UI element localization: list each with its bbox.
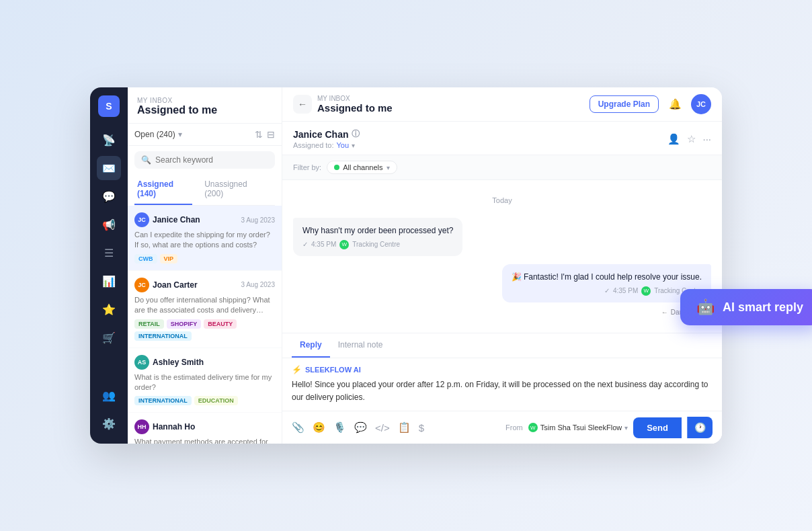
- whatsapp-small-icon: W: [528, 423, 538, 432]
- tab-assigned[interactable]: Assigned (140): [134, 174, 192, 205]
- conv-preview: What payment methods are accepted for pl…: [134, 437, 275, 444]
- back-button[interactable]: ←: [293, 95, 312, 114]
- reply-tabs: Reply Internal note: [282, 333, 722, 358]
- filter-icon[interactable]: ⊟: [267, 129, 275, 140]
- open-badge: Open (240) ▾: [134, 130, 182, 139]
- conv-date: 3 Aug 2023: [241, 281, 275, 288]
- conv-tags: CWB VIP: [134, 254, 275, 263]
- send-button[interactable]: Send: [633, 417, 682, 438]
- search-input[interactable]: [155, 155, 268, 165]
- star-icon[interactable]: ☆: [687, 133, 696, 145]
- sidebar-item-campaign[interactable]: 📢: [97, 212, 121, 237]
- ai-smart-reply-button[interactable]: 🤖 AI smart reply: [680, 289, 812, 325]
- chat-area: Today Why hasn't my order been processed…: [282, 180, 722, 333]
- message-text: 🎉 Fantastic! I'm glad I could help resol…: [512, 271, 702, 283]
- search-bar: 🔍: [134, 151, 275, 169]
- sidebar-item-commerce[interactable]: 🛒: [97, 325, 121, 350]
- sidebar-item-chat[interactable]: 💬: [97, 184, 121, 208]
- inbox-tabs: Assigned (140) Unassigned (200): [134, 174, 275, 206]
- sidebar-item-settings[interactable]: ⚙️: [97, 411, 121, 436]
- conv-tags: INTERNATIONAL EDUCATION: [134, 396, 275, 405]
- tab-unassigned[interactable]: Unassigned (200): [202, 174, 266, 205]
- inbox-panel: MY INBOX Assigned to me Open (240) ▾ ⇅ ⊟…: [128, 87, 282, 444]
- tag-cwb: CWB: [134, 254, 157, 263]
- avatar: JC: [134, 278, 149, 292]
- inbox-label: MY INBOX: [137, 97, 272, 104]
- from-label: From: [505, 423, 523, 432]
- inbox-title: Assigned to me: [137, 104, 272, 116]
- contact-name: Ashley Smith: [153, 358, 204, 367]
- sidebar-item-menu[interactable]: ☰: [97, 241, 121, 265]
- chat-bubble-icon[interactable]: 💬: [354, 421, 367, 434]
- app-logo: S: [98, 95, 120, 117]
- reply-right: From W Tsim Sha Tsui SleekFlow ▾ Send 🕐: [505, 417, 713, 438]
- tag-shopify: SHOPIFY: [167, 319, 202, 329]
- sidebar-item-analytics[interactable]: 📊: [97, 269, 121, 293]
- chat-header-right: 👤 ☆ ···: [667, 133, 711, 145]
- sidebar-item-broadcast[interactable]: 📡: [97, 128, 121, 152]
- conv-preview: Do you offer international shipping? Wha…: [134, 295, 275, 316]
- sort-icon[interactable]: ⇅: [255, 129, 263, 140]
- assigned-chevron-icon[interactable]: ▾: [352, 142, 355, 149]
- tab-internal-note[interactable]: Internal note: [330, 333, 391, 358]
- channel-filter[interactable]: All channels ▾: [327, 161, 397, 174]
- check-icon: ✓: [302, 239, 308, 249]
- tag-international: INTERNATIONAL: [134, 396, 192, 405]
- message-meta: ✓ 4:35 PM W Tracking Centre: [512, 286, 702, 296]
- filter-bar: Filter by: All channels ▾: [282, 155, 722, 180]
- emoji-icon[interactable]: 😊: [313, 421, 325, 434]
- ai-wand-icon: ⚡: [292, 365, 302, 374]
- info-icon[interactable]: ⓘ: [352, 128, 360, 140]
- send-scheduled-button[interactable]: 🕐: [687, 417, 713, 438]
- inbox-title: Assigned to me: [317, 102, 393, 114]
- open-chevron-icon[interactable]: ▾: [178, 130, 182, 139]
- inbox-action-icons: ⇅ ⊟: [255, 129, 275, 140]
- contact-name: Joan Carter: [153, 280, 198, 290]
- conversation-item[interactable]: JC Joan Carter 3 Aug 2023 Do you offer i…: [128, 271, 282, 348]
- conversation-list: JC Janice Chan 3 Aug 2023 Can I expedite…: [128, 206, 282, 444]
- channel-chevron-icon: ▾: [387, 164, 390, 171]
- sidebar-item-inbox[interactable]: ✉️: [97, 156, 121, 180]
- audio-icon[interactable]: 🎙️: [333, 421, 346, 434]
- inbox-label: MY INBOX: [317, 95, 393, 102]
- topbar: ← MY INBOX Assigned to me Upgrade Plan 🔔…: [282, 87, 722, 122]
- channel-dot: [334, 165, 339, 170]
- reply-box: Reply Internal note ⚡ SLEEKFLOW AI Hello…: [282, 333, 722, 444]
- whatsapp-icon: W: [641, 286, 651, 296]
- reply-text[interactable]: Hello! Since you placed your order after…: [292, 378, 713, 404]
- person-add-icon[interactable]: 👤: [667, 133, 680, 145]
- template-icon[interactable]: 📋: [398, 421, 411, 434]
- upgrade-plan-button[interactable]: Upgrade Plan: [590, 95, 659, 113]
- conv-tags: RETAIL SHOPIFY BEAUTY INTERNATIONAL: [134, 319, 275, 341]
- conv-preview: What is the estimated delivery time for …: [134, 372, 275, 393]
- ai-smart-reply-label: AI smart reply: [723, 300, 803, 315]
- tab-reply[interactable]: Reply: [292, 333, 330, 358]
- code-icon[interactable]: </>: [375, 422, 390, 434]
- sidebar: S 📡 ✉️ 💬 📢 ☰ 📊 ⭐ 🛒 👥 ⚙️: [90, 87, 128, 444]
- conversation-item[interactable]: JC Janice Chan 3 Aug 2023 Can I expedite…: [128, 206, 282, 271]
- incoming-message-wrapper: Why hasn't my order been processed yet? …: [293, 218, 711, 256]
- message-bubble-incoming: Why hasn't my order been processed yet? …: [293, 218, 462, 256]
- outgoing-message-wrapper: 🎉 Fantastic! I'm glad I could help resol…: [293, 264, 711, 319]
- user-avatar[interactable]: JC: [691, 94, 711, 114]
- tag-education: EDUCATION: [194, 396, 238, 405]
- attachment-icon[interactable]: 📎: [292, 421, 304, 434]
- assigned-you[interactable]: You: [337, 141, 350, 149]
- conv-date: 3 Aug 2023: [241, 216, 275, 224]
- from-chevron-icon[interactable]: ▾: [624, 424, 628, 432]
- filter-label: Filter by:: [293, 163, 321, 171]
- assigned-row: Assigned to: You ▾: [293, 141, 360, 149]
- date-divider: Today: [293, 196, 711, 204]
- contact-name: Hannah Ho: [153, 422, 195, 432]
- dollar-icon[interactable]: $: [419, 422, 424, 434]
- more-options-icon[interactable]: ···: [702, 133, 711, 145]
- sidebar-item-favorites[interactable]: ⭐: [97, 297, 121, 321]
- conversation-item[interactable]: AS Ashley Smith What is the estimated de…: [128, 348, 282, 413]
- conversation-item[interactable]: HH Hannah Ho What payment methods are ac…: [128, 413, 282, 444]
- inbox-top-bar: Open (240) ▾ ⇅ ⊟: [128, 124, 282, 146]
- main-content: ← MY INBOX Assigned to me Upgrade Plan 🔔…: [282, 87, 722, 444]
- conv-preview: Can I expedite the shipping for my order…: [134, 230, 275, 251]
- sidebar-item-team[interactable]: 👥: [97, 383, 121, 407]
- message-meta: ✓ 4:35 PM W Tracking Centre: [302, 239, 453, 249]
- notifications-icon[interactable]: 🔔: [665, 95, 684, 114]
